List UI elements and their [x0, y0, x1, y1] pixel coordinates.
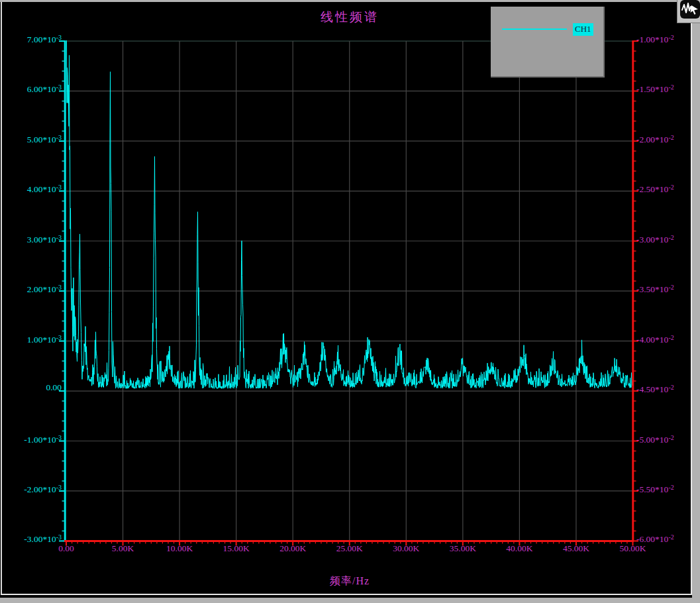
legend-channel-chip[interactable]: CH1 [573, 23, 593, 36]
legend-line-sample [502, 28, 567, 30]
spectrum-analyzer-window: 线性频谱 CH1 7.00*10-36.00*10-35.00*10-34.00… [0, 0, 700, 603]
spectrum-plot [0, 0, 700, 603]
legend-box: CH1 [491, 7, 605, 78]
x-axis-title: 频率/Hz [66, 575, 633, 588]
